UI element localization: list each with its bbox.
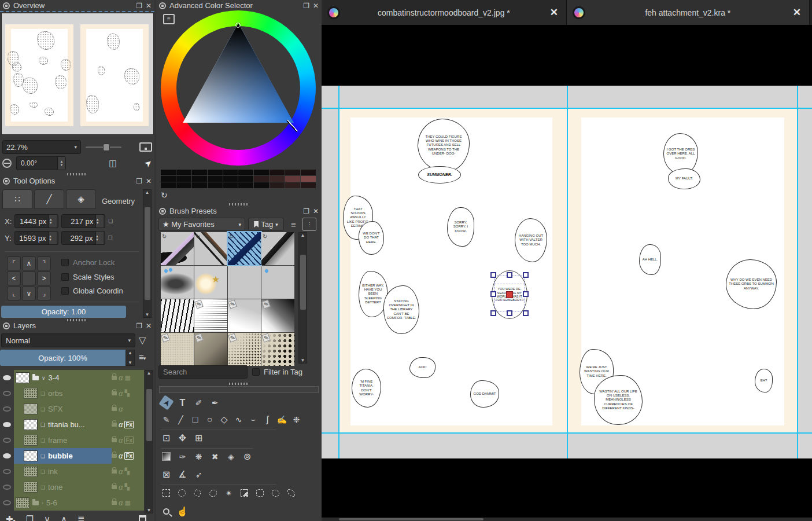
docker-lock-icon[interactable] bbox=[3, 2, 10, 9]
speech-bubble[interactable]: STAYING OVERNIGHT IN THE LIBRARY CAN'T B… bbox=[383, 285, 419, 334]
speech-bubble[interactable]: ACK! bbox=[409, 357, 435, 378]
float-docker-icon[interactable]: ❐ bbox=[136, 322, 142, 329]
layer-row-3-4[interactable]: ∨ 3-4 α▦ bbox=[0, 370, 144, 386]
close-docker-icon[interactable]: ✕ bbox=[313, 2, 319, 9]
close-tab-icon[interactable]: ✕ bbox=[548, 6, 560, 19]
swatch[interactable] bbox=[301, 176, 316, 182]
tool-select-shapes[interactable]: ➤ bbox=[158, 395, 174, 410]
tool-magnetic-select[interactable] bbox=[286, 487, 297, 498]
tag-filter-dropdown[interactable]: ★ My Favorites▾ bbox=[158, 218, 245, 231]
tool-enclose-fill[interactable]: ⊚ bbox=[242, 451, 253, 462]
tool-similar-color-select[interactable] bbox=[239, 487, 250, 498]
layer-row-frame[interactable]: ❏ frame αFx bbox=[0, 432, 144, 448]
tab-fill[interactable]: ◈ bbox=[66, 189, 96, 209]
tool-bezier-curve[interactable]: ⌣ bbox=[248, 414, 259, 425]
float-docker-icon[interactable]: ❐ bbox=[136, 178, 142, 185]
layer-filter-icon[interactable]: ▽ bbox=[139, 335, 146, 346]
transform-handle-se[interactable] bbox=[523, 310, 529, 316]
brush-preset[interactable]: ✎ bbox=[261, 333, 294, 366]
scale-styles-checkbox[interactable]: Scale Styles bbox=[61, 273, 115, 281]
swatch[interactable] bbox=[176, 176, 191, 182]
swatch[interactable] bbox=[238, 170, 253, 175]
tool-ellipse[interactable]: ○ bbox=[204, 414, 215, 425]
move-layer-down-button[interactable]: ∨ bbox=[44, 514, 50, 521]
speech-bubble[interactable]: WASTIN' ALL OUR LIFE ON USELESS, MEANING… bbox=[594, 375, 643, 425]
layer-row-5-6[interactable]: › 5-6 α▦ bbox=[0, 495, 144, 511]
tool-rect-select[interactable] bbox=[161, 487, 172, 498]
brush-preset[interactable] bbox=[261, 266, 294, 299]
brush-search-input[interactable]: Search bbox=[158, 365, 248, 379]
anchor-center[interactable] bbox=[22, 271, 36, 285]
zoom-slider[interactable] bbox=[86, 146, 121, 148]
tool-line[interactable]: ╱ bbox=[175, 414, 186, 425]
anchor-top-left[interactable]: ⌜ bbox=[7, 256, 21, 270]
swatch[interactable] bbox=[176, 182, 191, 188]
detail-view-icon[interactable]: ⋮ bbox=[302, 218, 316, 231]
swatch[interactable] bbox=[285, 182, 300, 188]
list-view-icon[interactable]: ≡ bbox=[287, 218, 300, 231]
rotation-spinbox[interactable]: 0.00° ▲▼ bbox=[16, 156, 66, 170]
x-position-field[interactable]: 1443 px ▲▼ bbox=[14, 214, 58, 228]
tool-assistants[interactable]: ⊠ bbox=[161, 469, 172, 480]
transform-handle-e[interactable] bbox=[523, 291, 529, 297]
tool-rectangle[interactable]: □ bbox=[190, 414, 201, 425]
brush-preset[interactable] bbox=[161, 299, 194, 332]
speech-bubble[interactable]: HANGING OUT WITH VALTER TOO MUCH. bbox=[515, 218, 547, 262]
swatch[interactable] bbox=[238, 176, 253, 182]
speech-bubble[interactable]: THEY COULD FIGURE WHO WINS IN THOSE FUTU… bbox=[418, 119, 470, 172]
layer-list-scrollbar[interactable]: ▲▼ bbox=[145, 370, 153, 513]
layer-row-orbs[interactable]: ❏ orbs α▚ bbox=[0, 386, 144, 401]
float-docker-icon[interactable]: ❐ bbox=[136, 2, 142, 9]
brush-preset[interactable]: ↻ bbox=[261, 232, 294, 265]
visibility-eye-icon[interactable] bbox=[0, 485, 14, 490]
speech-bubble[interactable]: 'M FINE TITANIA. DON'T WORRY- bbox=[352, 369, 381, 408]
close-docker-icon[interactable]: ✕ bbox=[146, 2, 152, 9]
docker-lock-icon[interactable] bbox=[159, 2, 166, 9]
swatch[interactable] bbox=[254, 170, 269, 175]
tool-transform[interactable]: ⊡ bbox=[161, 432, 172, 443]
brush-preset[interactable]: ✎ bbox=[228, 299, 261, 332]
anchor-left[interactable]: < bbox=[7, 271, 21, 285]
refresh-swatches-icon[interactable]: ↻ bbox=[161, 190, 168, 200]
swatch[interactable] bbox=[301, 170, 316, 175]
tool-contiguous-select[interactable] bbox=[254, 487, 265, 498]
duplicate-layer-button[interactable]: ❐ bbox=[26, 514, 34, 521]
brush-preset[interactable] bbox=[228, 266, 261, 299]
brush-preset[interactable]: ★ bbox=[194, 266, 227, 299]
swatch[interactable] bbox=[192, 170, 207, 175]
layer-opacity-stepper[interactable]: ▲▼ bbox=[126, 350, 135, 366]
tool-crop[interactable]: ⊞ bbox=[193, 432, 204, 443]
swatch[interactable] bbox=[285, 170, 300, 175]
add-layer-button[interactable]: ✚▾ bbox=[6, 514, 16, 521]
layer-options-menu-icon[interactable]: ≡▾ bbox=[139, 352, 145, 362]
anchor-top-right[interactable]: ⌝ bbox=[37, 256, 51, 270]
tab-position[interactable]: ∷ bbox=[2, 189, 32, 209]
transform-handle-nw[interactable] bbox=[490, 272, 496, 278]
mirror-view-icon[interactable]: ◫ bbox=[109, 158, 117, 168]
brush-preset[interactable]: ✎ bbox=[228, 333, 261, 366]
global-coordinates-checkbox[interactable]: Global Coordin bbox=[61, 287, 123, 295]
overview-thumbnail[interactable] bbox=[1, 13, 154, 135]
tool-color-sampler[interactable]: ✑ bbox=[177, 451, 188, 462]
layer-row-sfx[interactable]: ❏ SFX α bbox=[0, 401, 144, 417]
scrollbar-thumb[interactable] bbox=[339, 518, 483, 520]
width-field[interactable]: 217 px ▲▼ bbox=[61, 214, 105, 228]
tab-stroke[interactable]: ╱ bbox=[34, 189, 64, 209]
float-docker-icon[interactable]: ❐ bbox=[303, 208, 309, 215]
visibility-eye-icon[interactable] bbox=[0, 500, 14, 505]
tool-gradient[interactable] bbox=[161, 451, 172, 462]
speech-bubble[interactable]: SORRY, SORRY, I KNOW- bbox=[447, 207, 474, 247]
tool-calligraphy[interactable]: ✒ bbox=[209, 397, 220, 408]
tag-button[interactable]: Tag▾ bbox=[248, 218, 284, 231]
tool-freehand-path[interactable]: ʃ bbox=[262, 414, 273, 425]
swatch[interactable] bbox=[161, 170, 176, 175]
visibility-eye-icon[interactable] bbox=[0, 469, 14, 474]
tool-multibrush[interactable]: ❉ bbox=[291, 414, 302, 425]
tool-edit-shapes[interactable]: ✐ bbox=[193, 397, 204, 408]
brush-preset[interactable]: ✎ bbox=[261, 299, 294, 332]
delete-layer-button[interactable] bbox=[139, 515, 146, 521]
visibility-eye-icon[interactable] bbox=[0, 438, 14, 443]
transform-center-handle[interactable] bbox=[506, 291, 513, 298]
swatch[interactable] bbox=[254, 182, 269, 188]
filter-in-tag-checkbox[interactable]: Filter in Tag bbox=[252, 368, 302, 376]
